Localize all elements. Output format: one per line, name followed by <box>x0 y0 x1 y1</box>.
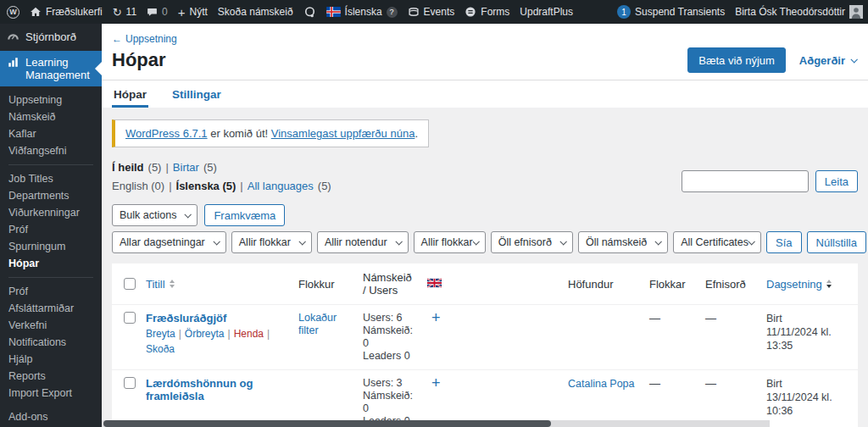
main-content: ← Uppsetning Hópar Bæta við nýjum Aðgerð… <box>102 24 868 427</box>
groups-table: Titill Flokkur Námskeið / Users Höfundur… <box>112 263 858 427</box>
table-row: Fræðsluráðgjöf Breyta|Örbreyta|Henda|Sko… <box>112 305 858 370</box>
sidebar-item-vidurkenningar[interactable]: Viðurkenningar <box>0 204 102 221</box>
update-now-link[interactable]: Vinsamlegast uppfærðu núna <box>271 127 415 140</box>
back-arrow-icon: ← <box>112 33 122 45</box>
author-link[interactable]: Catalina Popa <box>568 378 635 391</box>
chevron-down-icon <box>472 238 479 245</box>
row-checkbox[interactable] <box>124 312 136 324</box>
q-logo-icon <box>303 6 316 19</box>
filter-category-select[interactable]: Allir flokkar <box>231 231 312 253</box>
view-all: Í heild <box>112 161 144 174</box>
add-new-button[interactable]: Bæta við nýjum <box>687 47 786 73</box>
quick-edit-action[interactable]: Örbreyta <box>185 328 225 340</box>
sidebar-item-namskeid[interactable]: Námskeið <box>0 108 102 125</box>
title-row: Hópar Bæta við nýjum Aðgerðir <box>112 47 856 80</box>
view-english[interactable]: English (0) <box>112 180 164 192</box>
new-content-menu[interactable]: + Nýtt <box>178 6 208 19</box>
select-all-checkbox[interactable] <box>124 278 136 290</box>
view-all-languages-link[interactable]: All languages <box>248 180 314 192</box>
sidebar-item-reports[interactable]: Reports <box>0 368 102 385</box>
search-input[interactable] <box>682 170 809 192</box>
chevron-down-icon <box>185 211 192 218</box>
sidebar-item-learning-management[interactable]: Learning Management <box>0 51 102 86</box>
row-checkbox[interactable] <box>124 377 136 389</box>
reset-button[interactable]: Núllstilla <box>807 231 866 253</box>
tab-bar: Hópar Stillingar <box>102 80 868 108</box>
group-title-link[interactable]: Fræðsluráðgjöf <box>146 312 226 324</box>
filter-category2-select[interactable]: Allir flokkar <box>414 231 486 253</box>
search-button[interactable]: Leita <box>815 170 858 192</box>
filter-tags-select[interactable]: Öll efnisorð <box>491 231 573 253</box>
sidebar-item-uppsetning[interactable]: Uppsetning <box>0 92 102 108</box>
sidebar-item-verkefni[interactable]: Verkefni <box>0 317 102 334</box>
sidebar-item-prof[interactable]: Próf <box>0 221 102 238</box>
q-logo-menu[interactable] <box>303 6 316 19</box>
leaders-count: Leaders 0 <box>363 350 417 363</box>
wordpress-logo-icon: W <box>7 6 19 19</box>
filter-date-select[interactable]: Allar dagsetningar <box>112 231 226 253</box>
suspend-transients-menu[interactable]: 1 Suspend Transients <box>617 5 725 19</box>
sidebar-item-job-titles[interactable]: Job Titles <box>0 170 102 187</box>
update-notice: WordPress 6.7.1 er komið út! Vinsamlegas… <box>112 119 429 147</box>
dashboard-icon <box>7 30 19 46</box>
actions-dropdown[interactable]: Aðgerðir <box>799 54 856 67</box>
sort-by-title[interactable]: Titill <box>146 278 175 291</box>
sidebar-item-dashboard[interactable]: Stjórnborð <box>0 25 102 51</box>
sidebar-item-hopar[interactable]: Hópar <box>0 255 102 272</box>
language-switcher-menu[interactable]: Íslenska ? <box>326 6 398 18</box>
sort-icon <box>170 280 175 288</box>
sidebar-item-hjalp[interactable]: Hjálp <box>0 351 102 368</box>
tab-hopar[interactable]: Hópar <box>112 80 148 108</box>
sidebar-item-departments[interactable]: Departments <box>0 187 102 204</box>
chevron-down-icon <box>395 238 402 245</box>
add-translation-icon[interactable]: + <box>427 377 441 390</box>
sidebar-item-afslattarmidar[interactable]: Afsláttarmiðar <box>0 300 102 317</box>
list-area: Í heild (5) | Birtar (5) English (0) | Í… <box>102 161 868 427</box>
add-translation-icon[interactable]: + <box>427 312 441 324</box>
sidebar-item-import-export[interactable]: Import Export <box>0 385 102 402</box>
filter-certificates-select[interactable]: All Certificates <box>673 231 761 253</box>
chevron-down-icon <box>655 238 662 245</box>
sidebar-item-prof-2[interactable]: Próf <box>0 283 102 300</box>
tab-stillingar[interactable]: Stillingar <box>170 80 223 108</box>
sidebar-item-vidfangsefni[interactable]: Viðfangsefni <box>0 142 102 159</box>
horizontal-scrollbar[interactable] <box>103 420 551 427</box>
table-header-row: Titill Flokkur Námskeið / Users Höfundur… <box>112 263 858 305</box>
group-category-link[interactable]: Lokaður filter <box>298 312 353 337</box>
admin-sidebar: Stjórnborð Learning Management Uppsetnin… <box>0 24 102 427</box>
sort-icon <box>826 280 832 288</box>
group-title-link[interactable]: Lærdómshönnun og framleiðsla <box>146 377 288 402</box>
chevron-down-icon <box>748 238 755 245</box>
site-name-menu[interactable]: Fræðslukerfi <box>30 6 103 18</box>
comments-menu[interactable]: 0 <box>147 6 168 18</box>
filter-users-select[interactable]: Allir notendur <box>317 231 409 253</box>
trash-action[interactable]: Henda <box>234 328 264 340</box>
wordpress-version-link[interactable]: WordPress 6.7.1 <box>125 127 208 140</box>
wordpress-menu[interactable]: W <box>7 6 19 19</box>
view-action[interactable]: Skoða <box>146 343 175 355</box>
admin-bar-right: 1 Suspend Transients Birta Ósk Theodórsd… <box>617 5 863 19</box>
events-menu[interactable]: Events <box>408 6 455 18</box>
sidebar-item-spurningum[interactable]: Spurningum <box>0 238 102 255</box>
updates-menu[interactable]: ↻ 11 <box>113 6 136 18</box>
filter-button[interactable]: Sía <box>766 231 802 253</box>
apply-button[interactable]: Framkvæma <box>204 204 285 226</box>
sidebar-item-kaflar[interactable]: Kaflar <box>0 125 102 142</box>
user-account-menu[interactable]: Birta Ósk Theodórsdóttir <box>735 5 863 19</box>
edit-action[interactable]: Breyta <box>146 328 175 340</box>
updraftplus-menu[interactable]: UpdraftPlus <box>520 6 573 18</box>
help-badge-icon: ? <box>387 7 398 18</box>
view-published-link[interactable]: Birtar <box>173 161 199 174</box>
events-calendar-icon <box>408 6 420 18</box>
view-course-link[interactable]: Skoða námskeið <box>218 6 293 18</box>
filter-courses-select[interactable]: Öll námskeið <box>578 231 668 253</box>
bulk-actions-select[interactable]: Bulk actions <box>112 204 198 226</box>
bar-chart-icon <box>7 56 19 71</box>
filter-row: Allar dagsetningar Allir flokkar Allir n… <box>112 231 858 253</box>
back-link[interactable]: ← Uppsetning <box>112 33 177 45</box>
sidebar-item-notifications[interactable]: Notifications <box>0 334 102 351</box>
active-menu-arrow <box>88 62 102 75</box>
forms-menu[interactable]: Forms <box>465 6 509 18</box>
sort-by-date[interactable]: Dagsetning <box>766 278 832 291</box>
sidebar-item-add-ons[interactable]: Add-ons <box>0 408 102 425</box>
